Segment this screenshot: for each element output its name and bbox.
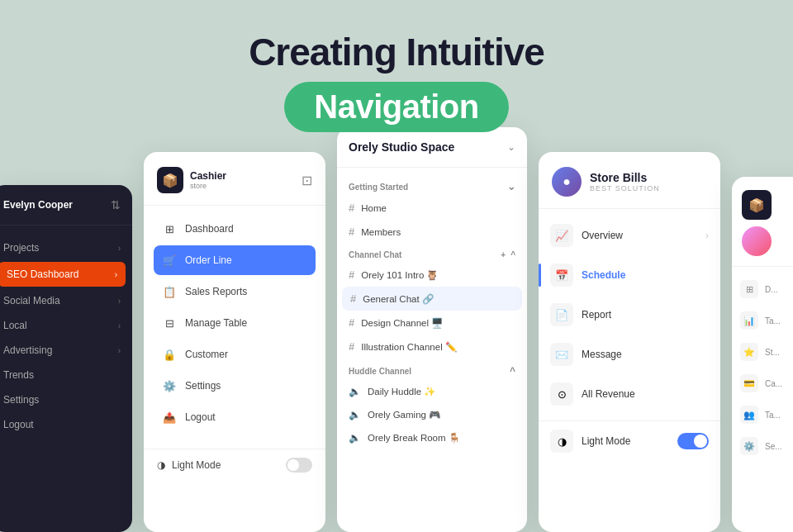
huddle-daily[interactable]: 🔈 Daily Huddle ✨ [337, 380, 527, 403]
store-bills-subtitle: BEST SOLUTION [590, 184, 660, 192]
store-bills-title-group: Store Bills BEST SOLUTION [590, 171, 660, 192]
cashier-nav-customer[interactable]: 🔒 Customer [154, 340, 316, 369]
light-mode-toggle[interactable]: ◑ Light Mode [144, 449, 325, 481]
section-actions: + ^ [501, 250, 515, 259]
card-left-nav: Evelyn Cooper ⇅ Projects › SEO Dashboard… [0, 185, 132, 532]
partial-nav-item-1[interactable]: ⊞ D... [732, 273, 793, 305]
store-bills-light-mode[interactable]: ◑ Light Mode [539, 420, 720, 461]
card-cashier-store: 📦 Cashier store ⊡ ⊞ Dashboard 🛒 Order Li… [144, 152, 325, 532]
channel-home[interactable]: # Home [337, 196, 527, 220]
cashier-logo: 📦 Cashier store [157, 167, 226, 193]
chevron-right-icon: › [118, 244, 121, 253]
cards-container: Evelyn Cooper ⇅ Projects › SEO Dashboard… [0, 127, 793, 532]
partial-nav-item-2[interactable]: 📊 Ta... [732, 305, 793, 336]
section-chevron-icon[interactable]: ^ [510, 365, 515, 377]
sidebar-item-social-media[interactable]: Social Media › [0, 288, 132, 313]
channel-general-chat[interactable]: # General Chat 🔗 [342, 287, 522, 311]
card-orely-studio: Orely Studio Space ⌄ Getting Started ⌄ #… [337, 127, 527, 532]
partial-logo-icon: 📦 [742, 190, 772, 220]
store-bills-message[interactable]: ✉️ Message [539, 335, 720, 374]
section-huddle-channel: Huddle Channel ^ [337, 359, 527, 380]
section-channel-chat: Channel Chat + ^ [337, 244, 527, 263]
cashier-nav-manage-table[interactable]: ⊟ Manage Table [154, 308, 316, 338]
settings-icon: ⚙️ [162, 378, 177, 393]
report-icon: 📋 [162, 284, 177, 299]
store-bills-overview[interactable]: 📈 Overview › [539, 216, 720, 255]
chevron-right-icon: › [118, 321, 121, 330]
sidebar-toggle-icon[interactable]: ⊡ [302, 173, 312, 188]
chevron-right-icon: › [115, 270, 117, 279]
hash-icon: # [349, 226, 354, 238]
grid-icon: ⊞ [162, 221, 177, 236]
hash-icon: # [349, 316, 354, 329]
sidebar-item-seo-dashboard[interactable]: SEO Dashboard › [0, 262, 126, 287]
page-header: Creating Intuitive Navigation [0, 0, 793, 132]
chevron-up-icon[interactable]: ^ [510, 250, 515, 259]
chart-icon: 📊 [740, 311, 758, 330]
hash-icon: # [350, 292, 356, 305]
cashier-header: 📦 Cashier store ⊡ [144, 152, 325, 206]
avatar [742, 226, 772, 256]
logout-icon: 📤 [162, 410, 177, 425]
orely-header: Orely Studio Space ⌄ [337, 127, 527, 168]
cashier-nav-settings[interactable]: ⚙️ Settings [154, 371, 316, 401]
partial-nav-item-6[interactable]: ⚙️ Se... [732, 430, 793, 462]
grid-icon: ⊞ [740, 280, 758, 298]
huddle-break-room[interactable]: 🔈 Orely Break Room 🪑 [337, 426, 527, 449]
channel-members[interactable]: # Members [337, 220, 527, 244]
channel-illustration[interactable]: # Illustration Channel ✏️ [337, 335, 527, 359]
cashier-nav-order-line[interactable]: 🛒 Order Line [154, 245, 316, 275]
light-mode-switch[interactable] [677, 433, 709, 449]
schedule-icon: 📅 [550, 264, 573, 287]
light-mode-label: ◑ Light Mode [157, 459, 221, 471]
speaker-icon: 🔈 [349, 386, 361, 397]
star-icon: ⭐ [740, 343, 758, 361]
store-bills-nav: 📈 Overview › 📅 Schedule 📄 Report [539, 209, 720, 420]
cashier-nav-sales-reports[interactable]: 📋 Sales Reports [154, 277, 316, 306]
store-bills-all-revenue[interactable]: ⊙ All Revenue [539, 374, 720, 414]
chevron-down-icon[interactable]: ⌄ [507, 141, 515, 153]
header-title-line1: Creating Intuitive [0, 31, 793, 74]
hash-icon: # [349, 340, 354, 353]
user-profile[interactable]: Evelyn Cooper ⇅ [0, 198, 132, 226]
card-store-bills: ● Store Bills BEST SOLUTION 📈 Overview ›… [539, 152, 720, 532]
table-icon: ⊟ [162, 316, 177, 330]
cashier-logo-sub: store [190, 182, 226, 190]
team-icon: 👥 [740, 406, 758, 424]
cashier-nav-logout[interactable]: 📤 Logout [154, 402, 316, 432]
light-mode-icon: ◑ [550, 430, 573, 453]
left-nav-menu: Projects › SEO Dashboard › Social Media … [0, 226, 132, 447]
username: Evelyn Cooper [3, 199, 73, 211]
cashier-logo-icon: 📦 [157, 167, 183, 193]
card-partial-right: 📦 ⊞ D... 📊 Ta... ⭐ St... 💳 Ca... 👥 T [732, 177, 793, 532]
cart-icon: 🛒 [162, 253, 177, 268]
store-bills-schedule[interactable]: 📅 Schedule [539, 255, 720, 295]
light-mode-icon: ◑ [157, 459, 165, 471]
orely-nav: Getting Started ⌄ # Home # Members Chann… [337, 168, 527, 456]
sidebar-item-logout[interactable]: Logout [0, 412, 132, 437]
partial-nav-item-5[interactable]: 👥 Ta... [732, 399, 793, 430]
cashier-nav: ⊞ Dashboard 🛒 Order Line 📋 Sales Reports… [144, 206, 325, 442]
message-icon: ✉️ [550, 343, 573, 366]
store-bills-report[interactable]: 📄 Report [539, 295, 720, 335]
partial-nav-item-3[interactable]: ⭐ St... [732, 336, 793, 368]
channel-orely-101-intro[interactable]: # Orely 101 Intro 🦉 [337, 263, 527, 287]
store-bills-logo: ● [552, 167, 582, 197]
sidebar-item-trends[interactable]: Trends [0, 363, 132, 387]
plus-icon[interactable]: + [501, 250, 506, 259]
sidebar-item-projects[interactable]: Projects › [0, 235, 132, 260]
light-mode-switch[interactable] [286, 458, 312, 473]
revenue-icon: ⊙ [550, 382, 573, 406]
partial-nav-item-4[interactable]: 💳 Ca... [732, 368, 793, 399]
section-chevron-icon[interactable]: ⌄ [507, 181, 515, 192]
cashier-nav-dashboard[interactable]: ⊞ Dashboard [154, 214, 316, 244]
sidebar-item-settings[interactable]: Settings [0, 387, 132, 412]
sidebar-item-local[interactable]: Local › [0, 313, 132, 338]
channel-design[interactable]: # Design Channel 🖥️ [337, 311, 527, 335]
sidebar-item-advertising[interactable]: Advertising › [0, 338, 132, 363]
partial-header: 📦 [732, 177, 793, 267]
section-getting-started: Getting Started ⌄ [337, 174, 527, 196]
huddle-gaming[interactable]: 🔈 Orely Gaming 🎮 [337, 403, 527, 426]
settings-icon: ⚙️ [740, 437, 758, 455]
store-bills-header: ● Store Bills BEST SOLUTION [539, 152, 720, 209]
